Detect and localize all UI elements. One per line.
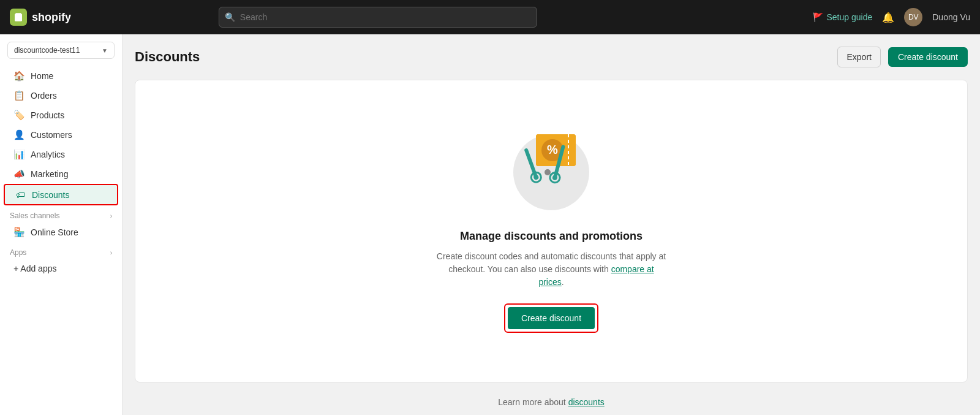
topbar-right: 🚩 Setup guide 🔔 DV Duong Vu bbox=[813, 8, 970, 26]
page-title: Discounts bbox=[135, 49, 200, 65]
learn-more-text: Learn more about bbox=[498, 397, 568, 407]
promo-desc: Create discount codes and automatic disc… bbox=[435, 250, 668, 289]
sidebar-item-orders-label: Orders bbox=[31, 91, 57, 101]
discounts-icon: 🏷 bbox=[15, 189, 26, 200]
sales-channels-expand-icon[interactable]: › bbox=[110, 213, 112, 219]
home-icon: 🏠 bbox=[13, 70, 24, 82]
sidebar-item-customers[interactable]: 👤 Customers bbox=[4, 125, 118, 145]
search-input[interactable] bbox=[219, 7, 537, 28]
create-discount-center-wrapper: Create discount bbox=[504, 303, 598, 333]
sidebar-item-customers-label: Customers bbox=[31, 130, 72, 140]
header-actions: Export Create discount bbox=[837, 47, 968, 67]
search-icon: 🔍 bbox=[225, 12, 235, 22]
setup-guide-link[interactable]: 🚩 Setup guide bbox=[813, 12, 873, 22]
bell-icon[interactable]: 🔔 bbox=[882, 12, 894, 23]
sidebar-item-products-label: Products bbox=[31, 110, 64, 120]
apps-section: Apps › bbox=[0, 242, 122, 259]
sidebar: discountcode-test11 ▼ 🏠 Home 📋 Orders 🏷️… bbox=[0, 34, 123, 415]
sales-channels-section: Sales channels › bbox=[0, 205, 122, 223]
sidebar-item-analytics[interactable]: 📊 Analytics bbox=[4, 145, 118, 164]
add-apps-label: + Add apps bbox=[13, 264, 56, 273]
sidebar-item-home[interactable]: 🏠 Home bbox=[4, 66, 118, 86]
logo-text: shopify bbox=[32, 11, 71, 24]
svg-point-13 bbox=[545, 169, 551, 175]
sidebar-item-online-store-label: Online Store bbox=[31, 227, 78, 237]
create-discount-header-button[interactable]: Create discount bbox=[888, 47, 968, 67]
user-name: Duong Vu bbox=[932, 12, 970, 22]
promo-heading: Manage discounts and promotions bbox=[460, 230, 643, 243]
promo-desc-text2: . bbox=[562, 277, 564, 287]
avatar-initials: DV bbox=[908, 13, 919, 21]
apps-label: Apps bbox=[10, 248, 26, 257]
setup-guide-label: Setup guide bbox=[827, 12, 873, 22]
store-selector[interactable]: discountcode-test11 ▼ bbox=[7, 42, 115, 59]
products-icon: 🏷️ bbox=[13, 110, 24, 121]
search-bar[interactable]: 🔍 bbox=[219, 7, 537, 28]
shopify-logo[interactable]: shopify bbox=[10, 9, 71, 26]
chevron-down-icon: ▼ bbox=[102, 47, 108, 54]
sidebar-item-discounts[interactable]: 🏷 Discounts bbox=[5, 185, 117, 204]
svg-text:%: % bbox=[547, 143, 558, 156]
topbar: shopify 🔍 🚩 Setup guide 🔔 DV Duong Vu bbox=[0, 0, 980, 34]
discounts-learn-more-link[interactable]: discounts bbox=[568, 397, 605, 407]
apps-expand-icon[interactable]: › bbox=[110, 249, 112, 256]
analytics-icon: 📊 bbox=[13, 149, 24, 160]
sidebar-item-add-apps[interactable]: + Add apps bbox=[4, 259, 118, 278]
sales-channels-label: Sales channels bbox=[10, 211, 59, 220]
online-store-icon: 🏪 bbox=[13, 227, 24, 238]
sidebar-item-products[interactable]: 🏷️ Products bbox=[4, 105, 118, 125]
discounts-empty-state: % Manage di bbox=[135, 80, 968, 383]
orders-icon: 📋 bbox=[13, 90, 24, 101]
main-content: Discounts Export Create discount bbox=[123, 34, 980, 415]
shopify-bag-icon bbox=[10, 9, 27, 26]
export-button[interactable]: Export bbox=[837, 47, 880, 67]
sidebar-item-orders[interactable]: 📋 Orders bbox=[4, 86, 118, 105]
marketing-icon: 📣 bbox=[13, 169, 24, 180]
sidebar-item-analytics-label: Analytics bbox=[31, 150, 65, 159]
store-name: discountcode-test11 bbox=[14, 46, 80, 55]
discounts-illustration: % bbox=[502, 117, 600, 215]
discounts-highlight-border: 🏷 Discounts bbox=[4, 184, 118, 205]
learn-more: Learn more about discounts bbox=[135, 397, 968, 407]
sidebar-item-discounts-label: Discounts bbox=[32, 190, 69, 200]
sidebar-item-marketing-label: Marketing bbox=[31, 169, 68, 179]
customers-icon: 👤 bbox=[13, 129, 24, 140]
page-header: Discounts Export Create discount bbox=[135, 47, 968, 67]
flag-icon: 🚩 bbox=[813, 12, 823, 22]
layout: discountcode-test11 ▼ 🏠 Home 📋 Orders 🏷️… bbox=[0, 34, 980, 415]
create-discount-center-button[interactable]: Create discount bbox=[508, 307, 595, 329]
sidebar-item-marketing[interactable]: 📣 Marketing bbox=[4, 164, 118, 184]
sidebar-item-online-store[interactable]: 🏪 Online Store bbox=[4, 223, 118, 242]
sidebar-item-home-label: Home bbox=[31, 71, 53, 81]
avatar[interactable]: DV bbox=[904, 8, 922, 26]
